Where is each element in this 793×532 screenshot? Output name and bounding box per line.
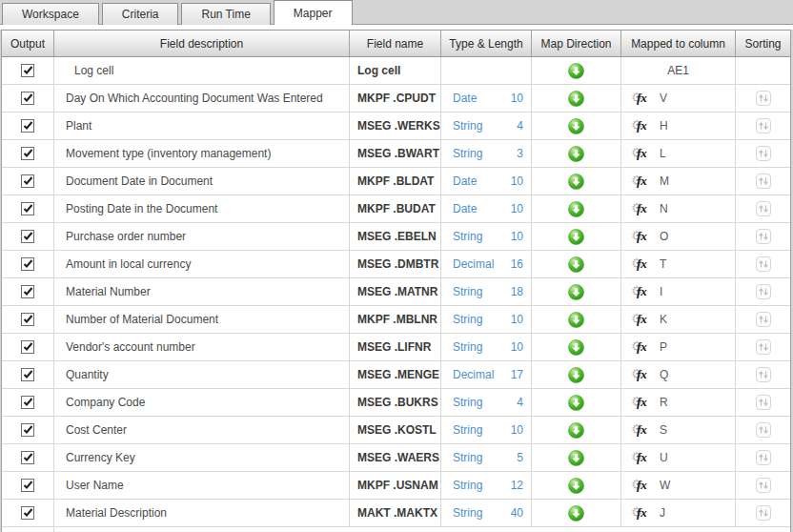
- output-checkbox[interactable]: [21, 396, 34, 409]
- type-length[interactable]: 5: [517, 451, 523, 464]
- sort-up-down-icon[interactable]: [756, 395, 771, 410]
- tab-workspace[interactable]: Workspace: [2, 3, 99, 25]
- table-row[interactable]: User Name MKPF .USNAM String 12 ⚙ fx W: [2, 472, 790, 500]
- type-name[interactable]: String: [453, 506, 482, 520]
- table-row[interactable]: Cost Center MSEG .KOSTL String 10 ⚙ fx S: [2, 417, 790, 444]
- type-length-cell[interactable]: String 40: [441, 500, 532, 526]
- sort-up-down-icon[interactable]: [756, 256, 771, 272]
- mapped-to-cell[interactable]: ⚙ fx U: [621, 444, 736, 471]
- sort-up-down-icon[interactable]: [756, 284, 771, 299]
- type-length-cell[interactable]: String 10: [441, 306, 532, 333]
- map-direction-down-icon[interactable]: [568, 146, 584, 162]
- map-direction-down-icon[interactable]: [568, 339, 584, 356]
- type-name[interactable]: String: [453, 119, 482, 133]
- type-length-cell[interactable]: String 10: [441, 223, 532, 250]
- table-row[interactable]: Posting Date in the Document MKPF .BUDAT…: [2, 195, 790, 223]
- table-row[interactable]: Day On Which Accounting Document Was Ent…: [2, 85, 790, 113]
- map-direction-down-icon[interactable]: [568, 505, 584, 522]
- type-name[interactable]: String: [453, 313, 482, 326]
- map-direction-down-icon[interactable]: [568, 478, 584, 494]
- table-row[interactable]: Material Description MAKT .MAKTX String …: [2, 500, 790, 527]
- type-name[interactable]: String: [453, 230, 482, 243]
- map-direction-down-icon[interactable]: [568, 201, 584, 217]
- map-direction-down-icon[interactable]: [568, 422, 584, 439]
- map-direction-down-icon[interactable]: [568, 118, 584, 134]
- type-length-cell[interactable]: String 4: [441, 113, 532, 139]
- type-length[interactable]: 4: [517, 119, 523, 133]
- tab-criteria[interactable]: Criteria: [102, 3, 179, 25]
- mapped-to-cell[interactable]: ⚙ fx L: [621, 140, 736, 167]
- type-length-cell[interactable]: Date 10: [441, 85, 532, 112]
- type-length[interactable]: 10: [511, 174, 523, 188]
- type-length[interactable]: 10: [511, 202, 523, 215]
- type-length-cell[interactable]: [441, 57, 532, 84]
- type-length-cell[interactable]: String 12: [441, 472, 532, 499]
- type-length-cell[interactable]: Date 10: [441, 168, 532, 194]
- mapped-to-cell[interactable]: ⚙ fx J: [621, 500, 736, 526]
- type-length[interactable]: 3: [517, 147, 523, 160]
- table-row[interactable]: Movement type (inventory management) MSE…: [2, 140, 790, 168]
- mapped-to-cell[interactable]: ⚙ fx W: [621, 472, 736, 499]
- type-name[interactable]: String: [453, 479, 482, 492]
- map-direction-down-icon[interactable]: [568, 284, 584, 300]
- map-direction-down-icon[interactable]: [568, 395, 584, 411]
- mapped-to-cell[interactable]: ⚙ fx T: [621, 251, 736, 277]
- map-direction-down-icon[interactable]: [568, 450, 584, 466]
- table-row[interactable]: Purchase order number MSEG .EBELN String…: [2, 223, 790, 251]
- output-checkbox[interactable]: [21, 257, 34, 271]
- sort-up-down-icon[interactable]: [756, 339, 771, 355]
- column-header-map-direction[interactable]: Map Direction: [532, 31, 621, 56]
- sort-up-down-icon[interactable]: [756, 478, 771, 493]
- sort-up-down-icon[interactable]: [756, 229, 771, 244]
- map-direction-down-icon[interactable]: [568, 256, 584, 273]
- sort-up-down-icon[interactable]: [756, 367, 771, 382]
- sort-up-down-icon[interactable]: [756, 450, 771, 465]
- mapped-to-cell[interactable]: ⚙ fx R: [621, 389, 736, 416]
- mapped-to-cell[interactable]: AE1: [621, 57, 736, 84]
- map-direction-down-icon[interactable]: [568, 63, 584, 79]
- type-length-cell[interactable]: String 3: [441, 140, 532, 167]
- map-direction-down-icon[interactable]: [568, 367, 584, 383]
- mapped-to-cell[interactable]: ⚙ fx K: [621, 306, 736, 333]
- type-length-cell[interactable]: String 10: [441, 334, 532, 360]
- sort-up-down-icon[interactable]: [756, 505, 771, 521]
- sort-up-down-icon[interactable]: [756, 174, 771, 189]
- mapped-to-cell[interactable]: ⚙ fx S: [621, 417, 736, 443]
- type-name[interactable]: Date: [453, 92, 477, 105]
- output-checkbox[interactable]: [21, 340, 34, 354]
- type-length-cell[interactable]: Decimal 16: [441, 251, 532, 277]
- type-length-cell[interactable]: String 10: [441, 417, 532, 443]
- type-length[interactable]: 4: [517, 396, 523, 409]
- mapped-to-cell[interactable]: ⚙ fx Q: [621, 361, 736, 388]
- table-row[interactable]: Currency Key MSEG .WAERS String 5 ⚙ fx U: [2, 444, 790, 472]
- output-checkbox[interactable]: [21, 423, 34, 437]
- type-length[interactable]: 10: [511, 423, 523, 437]
- table-row[interactable]: Quantity MSEG .MENGE Decimal 17 ⚙ fx Q: [2, 361, 790, 389]
- type-name[interactable]: String: [453, 451, 482, 464]
- sort-up-down-icon[interactable]: [756, 118, 771, 133]
- map-direction-down-icon[interactable]: [568, 229, 584, 245]
- type-length-cell[interactable]: Date 10: [441, 195, 532, 222]
- type-length[interactable]: 10: [511, 92, 523, 105]
- column-header-mapped-to-column[interactable]: Mapped to column: [621, 31, 736, 56]
- type-length-cell[interactable]: String 4: [441, 389, 532, 416]
- map-direction-down-icon[interactable]: [568, 91, 584, 107]
- output-checkbox[interactable]: [21, 479, 34, 492]
- output-checkbox[interactable]: [21, 313, 34, 326]
- output-checkbox[interactable]: [21, 451, 34, 464]
- type-name[interactable]: String: [453, 396, 482, 409]
- type-length-cell[interactable]: String 18: [441, 278, 532, 305]
- map-direction-down-icon[interactable]: [568, 174, 584, 190]
- mapped-to-cell[interactable]: ⚙ fx N: [621, 195, 736, 222]
- output-checkbox[interactable]: [21, 506, 34, 520]
- output-checkbox[interactable]: [21, 368, 34, 381]
- output-checkbox[interactable]: [21, 119, 34, 133]
- type-length[interactable]: 12: [511, 479, 523, 492]
- table-row[interactable]: Plant MSEG .WERKS String 4 ⚙ fx H: [2, 113, 790, 140]
- mapped-to-cell[interactable]: ⚙ fx O: [621, 223, 736, 250]
- sort-up-down-icon[interactable]: [756, 201, 771, 216]
- table-row[interactable]: Material Number MSEG .MATNR String 18 ⚙ …: [2, 278, 790, 306]
- type-length[interactable]: 10: [511, 313, 523, 326]
- type-length[interactable]: 10: [511, 230, 523, 243]
- type-length-cell[interactable]: String 5: [441, 444, 532, 471]
